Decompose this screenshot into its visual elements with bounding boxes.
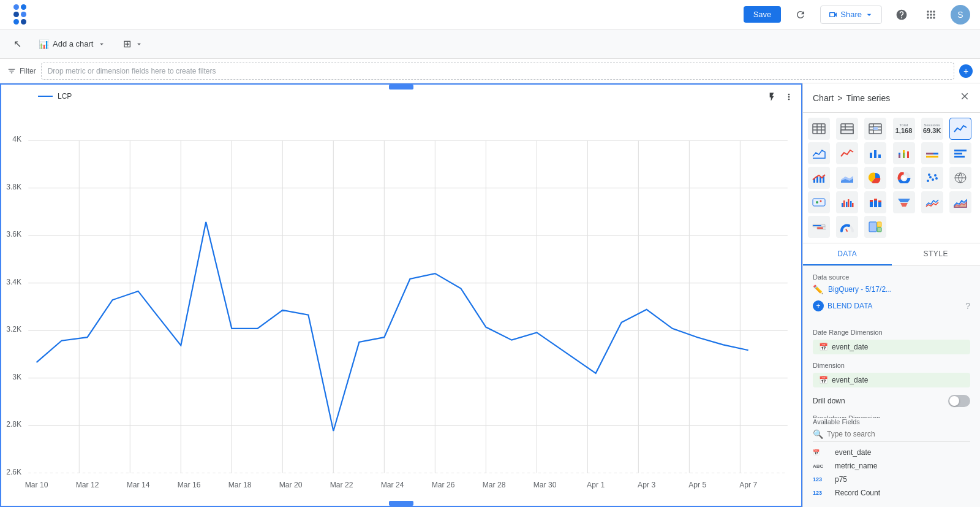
chart-type-column[interactable] xyxy=(864,142,886,164)
more-tools-dropdown-icon xyxy=(135,40,143,48)
tab-style[interactable]: STYLE xyxy=(892,243,981,265)
svg-text:2.6K: 2.6K xyxy=(6,468,21,476)
tab-data[interactable]: DATA xyxy=(803,243,892,265)
chart-type-treemap[interactable] xyxy=(864,216,886,238)
chart-type-donut[interactable] xyxy=(893,167,915,189)
svg-text:Apr 1: Apr 1 xyxy=(587,481,605,489)
chart-type-bullet[interactable] xyxy=(808,216,830,238)
svg-point-87 xyxy=(932,178,934,181)
grid-icon: ⊞ xyxy=(123,38,131,50)
chart-type-pie[interactable] xyxy=(864,167,886,189)
chart-type-stacked-area[interactable] xyxy=(836,167,858,189)
resize-handle-top[interactable] xyxy=(389,85,413,90)
user-avatar[interactable]: S xyxy=(951,5,970,25)
dimension-calendar-icon: 📅 xyxy=(819,376,828,384)
chart-toolbar xyxy=(764,90,796,106)
data-source-name[interactable]: BigQuery - 5/17/2... xyxy=(828,285,892,294)
field-name: metric_name xyxy=(835,462,877,470)
panel-close-button[interactable] xyxy=(959,91,970,105)
data-source-row: ✏️ BigQuery - 5/17/2... xyxy=(813,284,970,294)
chart-type-time-series[interactable] xyxy=(949,118,971,140)
add-chart-dropdown-icon xyxy=(97,40,106,48)
svg-rect-104 xyxy=(874,200,877,207)
chart-type-combo[interactable] xyxy=(808,167,830,189)
apps-button[interactable] xyxy=(921,5,941,25)
svg-rect-106 xyxy=(878,202,881,207)
chart-type-funnel[interactable] xyxy=(893,191,915,213)
right-panel: Chart > Time series Total 1,168 xyxy=(802,83,980,507)
panel-data-content: Data source ✏️ BigQuery - 5/17/2... + BL… xyxy=(803,266,980,418)
blend-help-icon[interactable]: ? xyxy=(965,301,970,311)
topbar-left xyxy=(10,4,32,26)
svg-rect-66 xyxy=(903,153,905,158)
chart-type-line[interactable] xyxy=(836,142,858,164)
svg-rect-103 xyxy=(870,200,873,202)
available-fields-search-input[interactable] xyxy=(827,430,970,438)
chart-type-gauge[interactable] xyxy=(836,216,858,238)
refresh-button[interactable] xyxy=(791,5,810,25)
svg-text:4K: 4K xyxy=(12,135,21,143)
panel-breadcrumb: Chart > Time series xyxy=(813,93,890,103)
svg-rect-70 xyxy=(926,156,938,158)
chart-type-horiz-bar[interactable] xyxy=(949,142,971,164)
chart-type-geo[interactable] xyxy=(949,167,971,189)
svg-rect-73 xyxy=(954,156,965,158)
add-chart-button[interactable]: 📊 Add a chart xyxy=(32,36,112,53)
dimension-field-chip[interactable]: 📅 event_date xyxy=(813,373,970,387)
chart-type-multicolor-column[interactable] xyxy=(893,142,915,164)
chart-type-table-total[interactable] xyxy=(836,118,858,140)
calendar-icon: 📅 xyxy=(819,343,828,351)
chart-type-area-sparkline[interactable] xyxy=(949,191,971,213)
chart-type-stacked-bar[interactable] xyxy=(921,142,943,164)
search-icon: 🔍 xyxy=(813,429,823,439)
chart-type-scatter[interactable] xyxy=(921,167,943,189)
field-item-record-count[interactable]: 123 Record Count xyxy=(813,486,970,500)
toggle-thumb xyxy=(949,396,959,406)
add-chart-label: Add a chart xyxy=(53,39,94,48)
svg-point-95 xyxy=(820,200,822,202)
svg-rect-102 xyxy=(870,202,873,207)
blend-data-button[interactable]: + BLEND DATA xyxy=(813,298,873,314)
blend-label: BLEND DATA xyxy=(827,302,873,310)
filter-add-button[interactable]: + xyxy=(959,64,973,78)
chart-type-sparkline[interactable] xyxy=(921,191,943,213)
drill-down-toggle[interactable] xyxy=(948,395,970,407)
svg-text:Mar 30: Mar 30 xyxy=(533,481,557,489)
filter-text: Filter xyxy=(20,67,36,75)
svg-text:3.6K: 3.6K xyxy=(6,230,21,238)
more-tools-button[interactable]: ⊞ xyxy=(117,34,149,53)
edit-icon: ✏️ xyxy=(813,284,823,294)
svg-text:Mar 12: Mar 12 xyxy=(76,481,99,489)
chart-type-world-map[interactable] xyxy=(808,191,830,213)
chart-more-button[interactable] xyxy=(782,90,796,106)
field-item-event-date[interactable]: 📅 event_date xyxy=(813,446,970,459)
chart-type-scorecard-1[interactable]: Total 1,168 xyxy=(893,118,915,140)
select-tool-button[interactable]: ↖ xyxy=(7,34,28,53)
share-button[interactable]: Share xyxy=(820,6,882,24)
breadcrumb-separator: > xyxy=(837,93,842,103)
blend-icon: + xyxy=(813,300,824,311)
chart-type-multibar[interactable] xyxy=(836,191,858,213)
date-range-field-chip[interactable]: 📅 event_date xyxy=(813,340,970,354)
available-fields-section: Available Fields 🔍 📅 event_date ABC metr… xyxy=(803,418,980,507)
chart-flash-button[interactable] xyxy=(764,90,779,106)
svg-point-88 xyxy=(934,174,937,177)
svg-text:3.8K: 3.8K xyxy=(6,183,21,191)
chart-type-multibar-stacked[interactable] xyxy=(864,191,886,213)
chart-type-area[interactable] xyxy=(808,142,830,164)
svg-rect-76 xyxy=(820,177,821,183)
svg-text:Mar 28: Mar 28 xyxy=(483,481,506,489)
field-item-p75[interactable]: 123 p75 xyxy=(813,473,970,486)
chart-type-scorecard-2[interactable]: Sessions 69.3K xyxy=(921,118,943,140)
editor-toolbar: ↖ 📊 Add a chart ⊞ xyxy=(0,29,980,59)
chart-type-heatmap[interactable] xyxy=(864,118,886,140)
field-item-metric-name[interactable]: ABC metric_name xyxy=(813,459,970,473)
chart-type-table[interactable] xyxy=(808,118,830,140)
filter-drop-zone[interactable]: Drop metric or dimension fields here to … xyxy=(41,63,954,80)
resize-handle-bottom[interactable] xyxy=(389,501,413,506)
help-button[interactable] xyxy=(892,5,911,25)
save-button[interactable]: Save xyxy=(744,6,782,23)
svg-rect-101 xyxy=(852,203,854,207)
share-label: Share xyxy=(840,10,862,19)
dimension-field-name: event_date xyxy=(832,376,868,384)
